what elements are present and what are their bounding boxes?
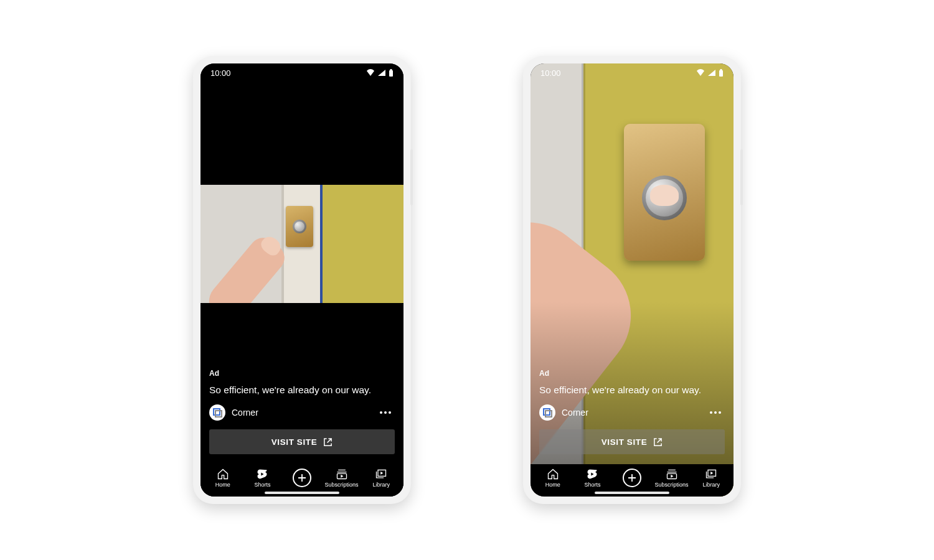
more-options-icon[interactable] xyxy=(376,408,395,418)
nav-home[interactable]: Home xyxy=(533,468,573,488)
ad-brand-row[interactable]: Corner xyxy=(209,404,258,421)
ad-headline: So efficient, we're already on our way. xyxy=(539,384,725,397)
nav-label: Subscriptions xyxy=(655,482,689,488)
ad-brand-row[interactable]: Corner xyxy=(539,404,588,421)
svg-rect-7 xyxy=(720,69,722,70)
ad-overlay: Ad So efficient, we're already on our wa… xyxy=(200,363,403,464)
nav-label: Subscriptions xyxy=(325,482,359,488)
svg-rect-6 xyxy=(719,70,723,77)
ad-video-landscape xyxy=(200,185,403,303)
visit-site-button[interactable]: VISIT SITE xyxy=(209,429,395,454)
shorts-icon xyxy=(586,468,598,480)
external-link-icon xyxy=(323,437,333,447)
status-bar: 10:00 xyxy=(200,63,403,82)
brand-name: Corner xyxy=(562,408,588,418)
comparison-stage: 10:00 xyxy=(0,0,934,560)
nav-subscriptions[interactable]: Subscriptions xyxy=(322,468,362,488)
svg-rect-0 xyxy=(389,70,393,77)
battery-icon xyxy=(389,69,394,77)
nav-label: Home xyxy=(545,482,560,488)
cell-signal-icon xyxy=(377,69,386,77)
nav-subscriptions[interactable]: Subscriptions xyxy=(652,468,692,488)
library-icon xyxy=(705,468,717,480)
svg-rect-2 xyxy=(214,409,220,415)
cta-label: VISIT SITE xyxy=(601,437,648,447)
library-icon xyxy=(375,468,387,480)
more-options-icon[interactable] xyxy=(706,408,725,418)
subscriptions-icon xyxy=(666,468,678,480)
nav-label: Shorts xyxy=(254,482,270,488)
ad-headline: So efficient, we're already on our way. xyxy=(209,384,395,397)
create-icon xyxy=(623,469,641,487)
svg-rect-8 xyxy=(544,409,550,415)
brand-avatar-icon xyxy=(209,404,225,421)
nav-shorts[interactable]: Shorts xyxy=(243,468,283,488)
nav-label: Library xyxy=(372,482,390,488)
phone-side-button xyxy=(410,149,413,205)
battery-icon xyxy=(719,69,724,77)
subscriptions-icon xyxy=(336,468,348,480)
svg-rect-9 xyxy=(545,411,552,417)
shorts-viewport[interactable]: Ad So efficient, we're already on our wa… xyxy=(200,63,403,497)
wifi-icon xyxy=(696,69,705,77)
status-bar: 10:00 xyxy=(531,63,734,82)
nav-label: Library xyxy=(702,482,720,488)
svg-rect-3 xyxy=(215,411,222,417)
status-time: 10:00 xyxy=(540,68,561,78)
home-icon xyxy=(217,468,229,480)
phone-frame-letterbox: 10:00 xyxy=(193,56,411,504)
visit-site-button[interactable]: VISIT SITE xyxy=(539,429,725,454)
ad-badge: Ad xyxy=(539,369,725,378)
bottom-nav: Home Shorts Subscriptions Libr xyxy=(200,464,403,497)
phone-screen: 10:00 Ad So xyxy=(531,63,734,497)
nav-library[interactable]: Library xyxy=(361,468,401,488)
brand-name: Corner xyxy=(232,408,258,418)
cta-label: VISIT SITE xyxy=(271,437,318,447)
phone-screen: 10:00 xyxy=(200,63,403,497)
create-icon xyxy=(293,469,311,487)
brand-avatar-icon xyxy=(539,404,555,421)
nav-home[interactable]: Home xyxy=(203,468,243,488)
svg-rect-1 xyxy=(390,69,392,70)
status-time: 10:00 xyxy=(210,68,231,78)
nav-create[interactable] xyxy=(282,469,322,487)
external-link-icon xyxy=(653,437,663,447)
home-icon xyxy=(547,468,559,480)
status-icons xyxy=(366,69,394,77)
wifi-icon xyxy=(366,69,375,77)
status-icons xyxy=(696,69,724,77)
nav-label: Home xyxy=(215,482,230,488)
shorts-icon xyxy=(256,468,268,480)
cell-signal-icon xyxy=(707,69,716,77)
nav-create[interactable] xyxy=(612,469,652,487)
nav-label: Shorts xyxy=(584,482,600,488)
phone-side-button xyxy=(740,149,743,205)
nav-library[interactable]: Library xyxy=(691,468,731,488)
ad-overlay: Ad So efficient, we're already on our wa… xyxy=(531,363,734,464)
nav-shorts[interactable]: Shorts xyxy=(573,468,613,488)
phone-frame-fullbleed: 10:00 Ad So xyxy=(523,56,741,504)
ad-badge: Ad xyxy=(209,369,395,378)
bottom-nav: Home Shorts Subscriptions Libr xyxy=(531,464,734,497)
shorts-viewport[interactable]: Ad So efficient, we're already on our wa… xyxy=(531,63,734,497)
